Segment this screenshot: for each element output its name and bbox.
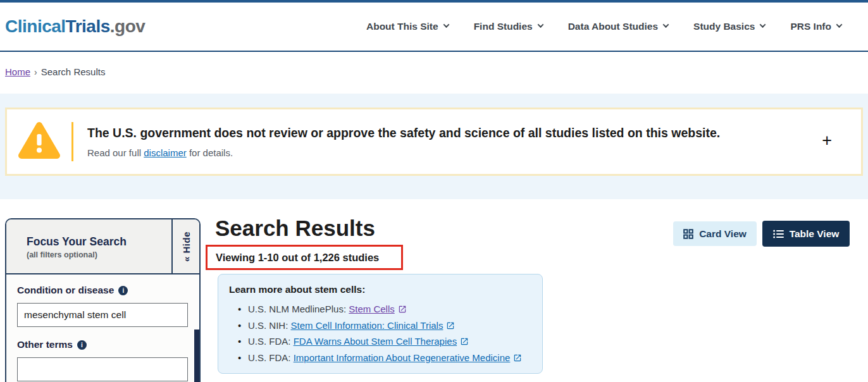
external-link-icon [398, 305, 407, 314]
list-item: U.S. FDA: FDA Warns About Stem Cell Ther… [229, 333, 542, 350]
nav-label: Data About Studies [568, 21, 658, 32]
chevron-down-icon [443, 22, 449, 28]
hide-filters-button[interactable]: « Hide [171, 219, 199, 274]
other-terms-filter-label: Other termsi [17, 339, 199, 350]
logo-text-suffix: .gov [110, 16, 146, 36]
breadcrumb-home-link[interactable]: Home [5, 66, 30, 77]
table-view-button[interactable]: Table View [762, 221, 850, 247]
external-link-icon [460, 337, 469, 346]
nav-label: Study Basics [693, 21, 755, 32]
chevron-down-icon [836, 22, 843, 28]
link-prefix: U.S. NLM MedlinePlus: [248, 304, 349, 314]
hide-filters-label: « Hide [181, 231, 192, 262]
expand-alert-button[interactable]: + [822, 132, 832, 149]
hide-label-text: Hide [181, 231, 192, 256]
condition-or-disease-input[interactable] [17, 303, 188, 327]
info-icon[interactable]: i [118, 286, 128, 295]
list-item: U.S. FDA: Important Information About Re… [229, 350, 542, 366]
nav-item-study-basics[interactable]: Study Basics [693, 21, 765, 32]
learn-more-title: Learn more about stem cells: [229, 284, 542, 295]
alert-subtext-prefix: Read our full [87, 147, 144, 158]
other-terms-input[interactable] [17, 357, 188, 381]
annotation-box: Viewing 1-10 out of 1,226 studies [206, 245, 403, 270]
government-disclaimer-alert: The U.S. government does not review or a… [5, 108, 863, 176]
table-view-icon [773, 230, 784, 238]
link-prefix: U.S. FDA: [248, 352, 294, 363]
nav-label: PRS Info [790, 21, 831, 32]
double-chevron-left-icon: « [181, 257, 192, 262]
card-view-button[interactable]: Card View [673, 221, 757, 246]
alert-subtext: Read our full disclaimer for details. [87, 147, 720, 158]
filter-panel-body: Condition or diseasei Other termsi [6, 274, 199, 382]
card-view-label: Card View [699, 228, 747, 240]
link-prefix: U.S. FDA: [248, 336, 294, 347]
chevron-down-icon [537, 22, 543, 28]
table-view-label: Table View [790, 228, 840, 240]
page-title: Search Results [215, 216, 375, 241]
filter-panel-scrollbar[interactable] [194, 330, 199, 382]
chevron-down-icon [760, 22, 766, 28]
filter-label-text: Other terms [17, 339, 73, 350]
breadcrumb-separator: › [34, 67, 37, 77]
nav-item-data-about-studies[interactable]: Data About Studies [568, 21, 668, 32]
main-content: Focus Your Search (all filters optional)… [0, 199, 868, 382]
logo-text-primary: Clinical [5, 16, 66, 36]
external-link-icon [446, 321, 455, 330]
disclaimer-link[interactable]: disclaimer [144, 147, 187, 158]
logo-text-secondary: Trials [66, 16, 110, 36]
stem-cells-link[interactable]: Stem Cells [349, 304, 395, 314]
nav-label: About This Site [366, 21, 438, 32]
info-icon[interactable]: i [77, 340, 87, 350]
page: ClinicalTrials.gov About This Site Find … [0, 0, 868, 382]
main-nav: About This Site Find Studies Data About … [366, 21, 841, 32]
learn-more-box: Learn more about stem cells: U.S. NLM Me… [218, 274, 543, 374]
viewing-summary: Viewing 1-10 out of 1,226 studies [216, 252, 379, 264]
list-item: U.S. NLM MedlinePlus: Stem Cells [229, 301, 542, 317]
learn-more-list: U.S. NLM MedlinePlus: Stem Cells U.S. NI… [229, 301, 542, 366]
focus-your-search-panel: Focus Your Search (all filters optional)… [5, 218, 201, 382]
filter-panel-titles: Focus Your Search (all filters optional) [6, 219, 199, 259]
nav-label: Find Studies [474, 21, 533, 32]
external-link-icon [513, 354, 522, 362]
filter-label-text: Condition or disease [17, 285, 114, 296]
filter-panel-header: Focus Your Search (all filters optional)… [6, 219, 199, 274]
site-logo[interactable]: ClinicalTrials.gov [5, 16, 145, 37]
alert-icon-zone [7, 109, 71, 174]
list-item: U.S. NIH: Stem Cell Information: Clinica… [229, 317, 542, 334]
nav-item-find-studies[interactable]: Find Studies [474, 21, 543, 32]
warning-triangle-icon [17, 121, 61, 163]
alert-text: The U.S. government does not review or a… [73, 109, 720, 174]
breadcrumb-current: Search Results [41, 66, 106, 77]
scrollbar-thumb[interactable] [194, 330, 199, 382]
condition-filter-label: Condition or diseasei [17, 285, 199, 296]
chevron-down-icon [663, 22, 669, 28]
alert-subtext-suffix: for details. [187, 147, 233, 158]
site-header: ClinicalTrials.gov About This Site Find … [0, 3, 868, 52]
regenerative-medicine-link[interactable]: Important Information About Regenerative… [294, 352, 511, 363]
condition-filter-group: Condition or diseasei [17, 285, 199, 327]
fda-warns-link[interactable]: FDA Warns About Stem Cell Therapies [294, 336, 457, 347]
link-prefix: U.S. NIH: [248, 320, 291, 331]
nav-item-prs-info[interactable]: PRS Info [790, 21, 841, 32]
other-terms-filter-group: Other termsi [17, 339, 199, 381]
stem-cell-information-link[interactable]: Stem Cell Information: Clinical Trials [291, 320, 443, 331]
alert-band: The U.S. government does not review or a… [0, 94, 868, 199]
alert-title: The U.S. government does not review or a… [87, 126, 720, 140]
breadcrumb: Home›Search Results [0, 52, 868, 94]
nav-item-about-this-site[interactable]: About This Site [366, 21, 449, 32]
card-view-icon [683, 229, 693, 239]
